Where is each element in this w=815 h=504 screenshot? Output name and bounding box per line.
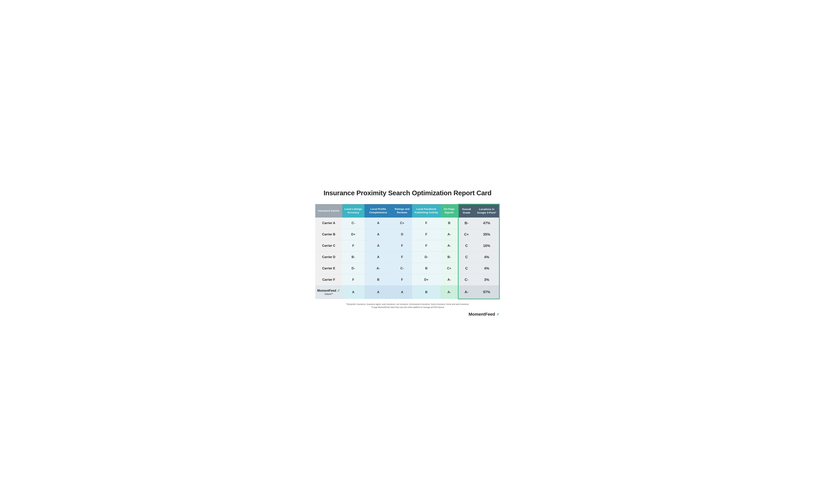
momentfeed-brand: MomentFeed [317,289,340,292]
table-row: Carrier C F A F F A- C 16% [315,240,499,251]
ratings-grade: C+ [392,218,412,229]
mf-onpage-grade: A- [441,285,458,299]
mf-ratings-grade: A [392,285,412,299]
overall-grade: C- [458,274,474,285]
facebook-grade: F [412,229,441,240]
brand-leaf-icon [496,313,500,316]
locations-pct: 16% [474,240,499,251]
facebook-grade: F [412,218,441,229]
report-table: Insurance Carrier Local Listings Accurac… [315,204,500,299]
col-header-overall: Overall Grade [458,204,474,217]
profile-grade: A [364,251,392,263]
carrier-name: Carrier B [315,229,342,240]
listings-grade: B- [342,251,364,263]
profile-grade: A [364,229,392,240]
listings-grade: D- [342,263,364,274]
brand-name: MomentFeed [469,312,495,317]
main-table: Insurance Carrier Local Listings Accurac… [315,204,500,299]
onpage-grade: A- [441,274,458,285]
momentfeed-brand-text: MomentFeed [317,289,336,292]
carrier-name: Carrier C [315,240,342,251]
carrier-name: Carrier D [315,251,342,263]
listings-grade: C- [342,218,364,229]
overall-grade: C [458,240,474,251]
footnote-2: **Large MomentFeed client that uses the … [315,306,500,309]
facebook-grade: F [412,240,441,251]
carrier-name: Carrier F [315,274,342,285]
onpage-grade: C+ [441,263,458,274]
ratings-grade: C- [392,263,412,274]
table-row: Carrier A C- A C+ F B B- 47% [315,218,499,229]
locations-pct: 4% [474,251,499,263]
footnotes: *Keywords: insurance, insurance agent, a… [315,303,500,309]
onpage-grade: A- [441,229,458,240]
listings-grade: F [342,240,364,251]
facebook-grade: B [412,263,441,274]
col-header-carrier: Insurance Carrier [315,204,342,217]
onpage-grade: B- [441,251,458,263]
profile-grade: B [364,274,392,285]
table-row: Carrier D B- A F D- B- C 4% [315,251,499,263]
facebook-grade: D- [412,251,441,263]
momentfeed-carrier-cell: MomentFeed Client** [315,285,342,299]
locations-pct: 4% [474,263,499,274]
carrier-name: Carrier A [315,218,342,229]
col-header-profile: Local Profile Completeness [364,204,392,217]
facebook-grade: D+ [412,274,441,285]
table-row: Carrier E D- A- C- B C+ C 4% [315,263,499,274]
footer-brand: MomentFeed [315,312,500,317]
locations-pct: 3% [474,274,499,285]
ratings-grade: F [392,274,412,285]
page-title: Insurance Proximity Search Optimization … [315,189,500,197]
onpage-grade: A- [441,240,458,251]
ratings-grade: F [392,251,412,263]
mf-facebook-grade: B [412,285,441,299]
mf-listings-grade: A [342,285,364,299]
onpage-grade: B [441,218,458,229]
page-container: Insurance Proximity Search Optimization … [306,181,509,323]
ratings-grade: D [392,229,412,240]
locations-pct: 35% [474,229,499,240]
mf-overall-grade: A- [458,285,474,299]
mf-profile-grade: A [364,285,392,299]
col-header-ratings: Ratings and Reviews [392,204,412,217]
ratings-grade: F [392,240,412,251]
table-row: Carrier B D+ A D F A- C+ 35% [315,229,499,240]
col-header-locations: Locations in Google 3-Pack* [474,204,499,217]
profile-grade: A [364,240,392,251]
overall-grade: C+ [458,229,474,240]
col-header-listings: Local Listings Accuracy [342,204,364,217]
col-header-facebook: Local Facebook Publishing Activity [412,204,441,217]
momentfeed-leaf-icon [337,289,340,292]
overall-grade: B- [458,218,474,229]
carrier-name: Carrier E [315,263,342,274]
listings-grade: D+ [342,229,364,240]
momentfeed-client-label: Client** [324,293,333,295]
overall-grade: C [458,263,474,274]
listings-grade: F [342,274,364,285]
profile-grade: A [364,218,392,229]
overall-grade: C [458,251,474,263]
mf-locations-pct: 97% [474,285,499,299]
momentfeed-row: MomentFeed Client** A A A B A- A- 97% [315,285,499,299]
locations-pct: 47% [474,218,499,229]
table-row: Carrier F F B F D+ A- C- 3% [315,274,499,285]
profile-grade: A- [364,263,392,274]
col-header-onpage: On-Page Signals [441,204,458,217]
footnote-1: *Keywords: insurance, insurance agent, a… [315,303,500,306]
